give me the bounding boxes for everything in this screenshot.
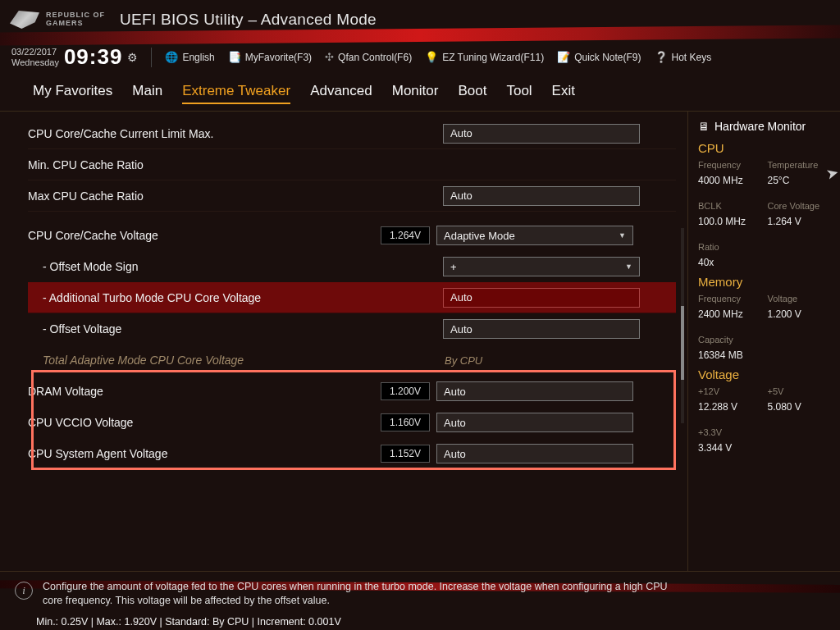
gear-icon[interactable]: ⚙	[127, 51, 138, 64]
v33-label: +3.3V	[698, 427, 765, 437]
dropdown-core-voltage[interactable]: Adaptive Mode▼	[436, 226, 633, 245]
row-core-voltage[interactable]: CPU Core/Cache Voltage 1.264V Adaptive M…	[28, 220, 676, 251]
mem-cap-label: Capacity	[698, 335, 765, 345]
scrollbar[interactable]	[681, 228, 684, 423]
tab-monitor[interactable]: Monitor	[392, 83, 439, 104]
readout-sysagent: 1.152V	[381, 445, 430, 463]
topbar: 03/22/2017 Wednesday 09:39 ⚙ 🌐English 📑M…	[0, 39, 840, 75]
v33-value: 3.344 V	[698, 442, 765, 454]
mem-cap-value: 16384 MB	[698, 349, 765, 361]
eztuning-button[interactable]: 💡EZ Tuning Wizard(F11)	[425, 51, 544, 63]
main-tabs: My Favorites Main Extreme Tweaker Advanc…	[0, 75, 840, 112]
mem-volt-label: Voltage	[768, 294, 834, 304]
field-additional-turbo[interactable]: Auto	[443, 288, 640, 308]
field-max-cache[interactable]: Auto	[443, 186, 640, 206]
row-dram[interactable]: DRAM Voltage 1.200V Auto	[28, 376, 676, 407]
field-dram[interactable]: Auto	[436, 381, 633, 401]
v12-value: 12.288 V	[698, 401, 765, 413]
info-icon: i	[15, 582, 33, 600]
row-sysagent[interactable]: CPU System Agent Voltage 1.152V Auto	[28, 438, 676, 469]
tab-advanced[interactable]: Advanced	[310, 83, 372, 104]
v5-label: +5V	[768, 386, 834, 396]
readout-core-voltage: 1.264V	[381, 226, 430, 244]
row-min-cache[interactable]: Min. CPU Cache Ratio	[28, 149, 676, 180]
memory-heading: Memory	[698, 275, 833, 289]
readout-vccio: 1.160V	[381, 413, 430, 431]
time: 09:39	[64, 44, 123, 70]
hardware-monitor-title: Hardware Monitor	[714, 120, 806, 133]
hotkeys-button[interactable]: ❔Hot Keys	[655, 51, 712, 63]
cpu-bclk-label: BCLK	[698, 201, 765, 211]
dropdown-offset-sign[interactable]: +▼	[443, 257, 640, 276]
bulb-icon: 💡	[425, 51, 438, 63]
label-offset-sign: - Offset Mode Sign	[28, 260, 381, 273]
label-offset-voltage: - Offset Voltage	[28, 322, 381, 336]
date: 03/22/2017	[11, 47, 59, 57]
cpu-cv-value: 1.264 V	[768, 216, 834, 227]
tab-main[interactable]: Main	[132, 83, 162, 104]
row-cpu-limit[interactable]: CPU Core/Cache Current Limit Max. Auto	[28, 118, 676, 149]
settings-panel: CPU Core/Cache Current Limit Max. Auto M…	[0, 112, 687, 571]
tab-tool[interactable]: Tool	[506, 83, 532, 104]
label-cpu-limit: CPU Core/Cache Current Limit Max.	[28, 127, 381, 140]
cpu-ratio-label: Ratio	[698, 242, 765, 252]
label-dram: DRAM Voltage	[28, 385, 381, 398]
voltage-heading: Voltage	[698, 368, 833, 381]
value-total-adaptive: By CPU	[443, 354, 640, 367]
label-total-adaptive: Total Adaptive Mode CPU Core Voltage	[28, 354, 381, 367]
field-sysagent[interactable]: Auto	[436, 444, 633, 463]
row-vccio[interactable]: CPU VCCIO Voltage 1.160V Auto	[28, 407, 676, 438]
row-offset-voltage[interactable]: - Offset Voltage Auto	[28, 313, 676, 345]
myfavorite-button[interactable]: 📑MyFavorite(F3)	[228, 51, 312, 63]
field-offset-voltage[interactable]: Auto	[443, 319, 640, 339]
help-icon: ❔	[655, 51, 668, 63]
mem-volt-value: 1.200 V	[768, 308, 834, 320]
cpu-ratio-value: 40x	[698, 257, 765, 268]
label-sysagent: CPU System Agent Voltage	[28, 447, 381, 460]
note-icon: 📝	[557, 51, 570, 63]
label-max-cache: Max CPU Cache Ratio	[28, 189, 381, 203]
chevron-down-icon: ▼	[625, 262, 632, 271]
help-text: Configure the amount of voltage fed to t…	[43, 580, 682, 608]
monitor-icon: 🖥	[698, 120, 710, 133]
label-min-cache: Min. CPU Cache Ratio	[28, 158, 381, 171]
field-cpu-limit[interactable]: Auto	[443, 124, 640, 144]
brand-line2: GAMERS	[46, 20, 105, 28]
rog-eye-icon	[10, 11, 39, 29]
scrollbar-thumb[interactable]	[681, 306, 684, 380]
cpu-heading: CPU	[698, 141, 833, 155]
tab-exit[interactable]: Exit	[552, 83, 575, 104]
cpu-freq-value: 4000 MHz	[698, 175, 765, 186]
header: REPUBLIC OF GAMERS UEFI BIOS Utility – A…	[0, 0, 840, 39]
language-button[interactable]: 🌐English	[165, 51, 214, 63]
quicknote-button[interactable]: 📝Quick Note(F9)	[557, 51, 641, 63]
qfan-button[interactable]: ✣Qfan Control(F6)	[325, 51, 412, 63]
datetime: 03/22/2017 Wednesday 09:39 ⚙	[11, 44, 138, 70]
cpu-freq-label: Frequency	[698, 160, 765, 170]
logo: REPUBLIC OF GAMERS	[10, 11, 105, 29]
tab-extreme-tweaker[interactable]: Extreme Tweaker	[182, 83, 290, 104]
favorite-icon: 📑	[228, 51, 241, 63]
row-additional-turbo[interactable]: - Additional Turbo Mode CPU Core Voltage…	[28, 282, 676, 313]
label-core-voltage: CPU Core/Cache Voltage	[28, 229, 381, 242]
cpu-cv-label: Core Voltage	[768, 201, 834, 211]
cpu-temp-value: 25°C	[768, 175, 834, 186]
tab-boot[interactable]: Boot	[458, 83, 486, 104]
row-max-cache[interactable]: Max CPU Cache Ratio Auto	[28, 180, 676, 212]
hardware-monitor-panel: 🖥Hardware Monitor CPU Frequency Temperat…	[687, 112, 840, 571]
v12-label: +12V	[698, 386, 765, 396]
weekday: Wednesday	[11, 57, 59, 67]
v5-value: 5.080 V	[768, 401, 834, 413]
chevron-down-icon: ▼	[619, 231, 626, 240]
globe-icon: 🌐	[165, 51, 178, 63]
field-vccio[interactable]: Auto	[436, 413, 633, 432]
cpu-bclk-value: 100.0 MHz	[698, 216, 765, 227]
label-vccio: CPU VCCIO Voltage	[28, 416, 381, 429]
mem-freq-value: 2400 MHz	[698, 308, 765, 320]
help-panel: i Configure the amount of voltage fed to…	[0, 571, 840, 613]
tab-favorites[interactable]: My Favorites	[33, 83, 112, 104]
cpu-temp-label: Temperature	[768, 160, 834, 170]
row-offset-sign[interactable]: - Offset Mode Sign +▼	[28, 251, 676, 282]
mem-freq-label: Frequency	[698, 294, 765, 304]
constraints-text: Min.: 0.25V | Max.: 1.920V | Standard: B…	[0, 613, 840, 630]
